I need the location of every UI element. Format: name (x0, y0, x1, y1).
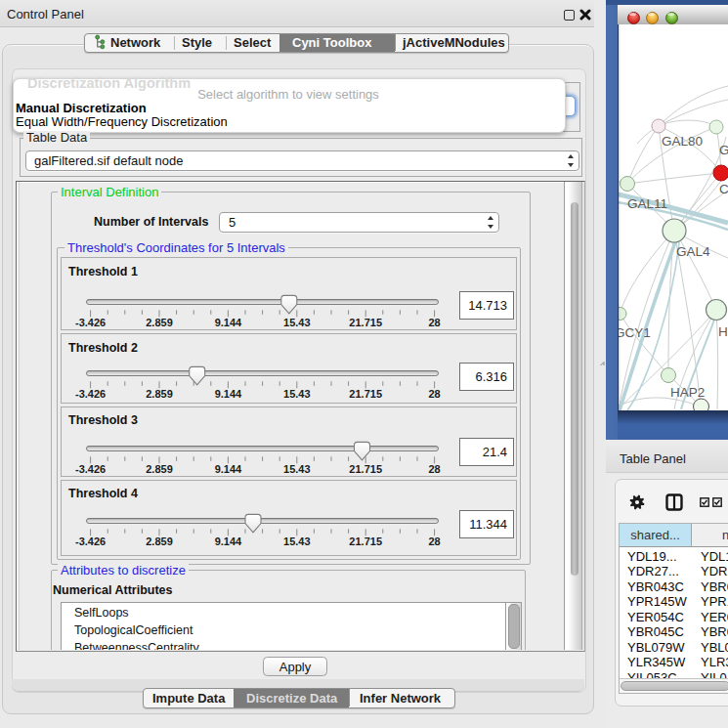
svg-text:28: 28 (428, 462, 440, 474)
svg-text:C: C (719, 182, 728, 196)
svg-text:15.43: 15.43 (283, 316, 311, 327)
svg-text:28: 28 (428, 388, 440, 400)
svg-text:GA: GA (719, 143, 728, 157)
svg-text:-3.426: -3.426 (75, 535, 106, 546)
svg-text:15.43: 15.43 (283, 462, 311, 474)
svg-text:28: 28 (428, 535, 440, 546)
svg-text:21.715: 21.715 (349, 316, 382, 327)
svg-text:-3.426: -3.426 (75, 388, 106, 400)
svg-text:2.859: 2.859 (146, 462, 173, 474)
svg-text:2.859: 2.859 (146, 388, 173, 400)
svg-text:15.43: 15.43 (283, 388, 311, 400)
svg-text:HAP2: HAP2 (670, 385, 705, 400)
svg-text:21.715: 21.715 (349, 535, 382, 546)
svg-text:9.144: 9.144 (215, 388, 242, 400)
svg-text:2.859: 2.859 (146, 535, 173, 546)
svg-text:2.859: 2.859 (146, 316, 173, 327)
svg-text:H: H (718, 324, 728, 339)
svg-text:21.715: 21.715 (349, 462, 382, 474)
svg-text:-3.426: -3.426 (75, 462, 106, 474)
svg-text:GCY1: GCY1 (618, 325, 651, 340)
svg-text:15.43: 15.43 (283, 535, 311, 546)
svg-text:9.144: 9.144 (215, 316, 242, 327)
svg-text:GAL80: GAL80 (662, 134, 703, 149)
svg-text:28: 28 (428, 316, 440, 327)
svg-text:9.144: 9.144 (215, 535, 242, 546)
svg-text:21.715: 21.715 (349, 388, 382, 400)
svg-text:9.144: 9.144 (215, 462, 242, 474)
svg-text:-3.426: -3.426 (75, 316, 106, 327)
svg-text:GAL4: GAL4 (676, 244, 710, 259)
svg-text:GAL11: GAL11 (627, 196, 667, 211)
